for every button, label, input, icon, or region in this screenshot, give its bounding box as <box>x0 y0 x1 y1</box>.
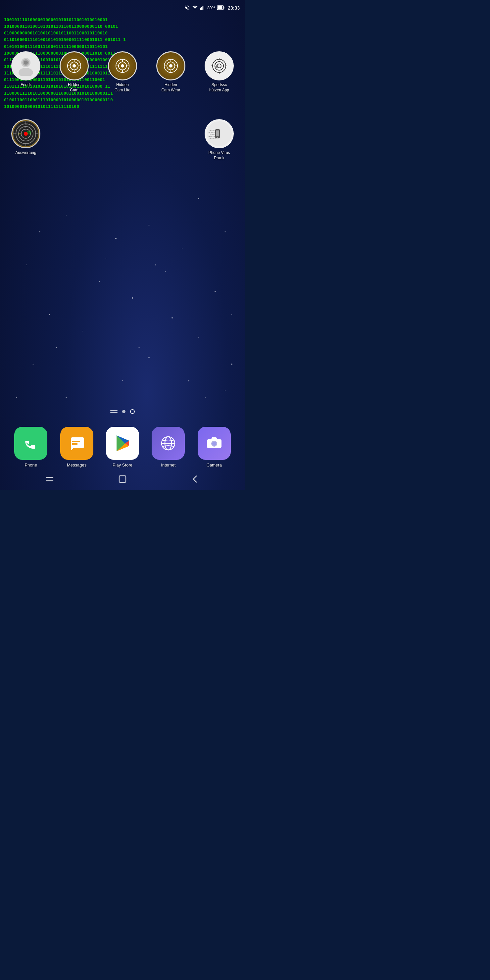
svg-point-50 <box>121 64 124 68</box>
nav-line-1 <box>110 410 118 411</box>
phonevirus-label: Phone VirusPrank <box>208 150 230 161</box>
hiddencamlite-label: HiddenCam Lite <box>115 83 130 93</box>
svg-point-17 <box>231 364 232 365</box>
svg-point-2 <box>115 238 116 239</box>
svg-point-8 <box>132 298 133 299</box>
svg-point-0 <box>40 231 40 232</box>
svg-point-94 <box>217 137 218 138</box>
messages-icon <box>60 427 93 460</box>
playstore-label: Play Store <box>113 463 132 468</box>
nav-line-2 <box>110 412 118 413</box>
phone-label: Phone <box>24 463 37 468</box>
nav-dot-lines <box>110 410 118 413</box>
app-phonevirus[interactable]: 10011010 01100110 11010010 00101101 1001… <box>200 119 239 161</box>
camera-icon <box>198 427 231 460</box>
app-hiddencam[interactable]: HiddenCam <box>55 51 93 93</box>
wifi-icon <box>192 5 198 11</box>
svg-text:10011010: 10011010 <box>208 137 216 139</box>
hiddencam-icon <box>60 51 89 80</box>
nav-home-button[interactable] <box>118 474 127 485</box>
app-hiddencamwear[interactable]: HiddenCam Wear <box>152 51 190 93</box>
dock: Phone Messages <box>0 427 245 468</box>
svg-point-29 <box>225 390 226 391</box>
phonevirus-icon: 10011010 01100110 11010010 00101101 1001… <box>205 119 234 148</box>
svg-point-6 <box>225 231 226 232</box>
svg-point-28 <box>16 397 17 398</box>
hiddencamwear-icon <box>156 51 185 80</box>
svg-point-16 <box>198 337 199 338</box>
app-frindr[interactable]: Frindr <box>6 51 45 93</box>
dock-playstore[interactable]: Play Store <box>106 427 139 468</box>
hiddencam-label: HiddenCam <box>68 83 80 93</box>
frindr-label: Frindr <box>21 83 31 88</box>
svg-rect-32 <box>202 6 203 10</box>
svg-point-26 <box>56 347 57 348</box>
svg-rect-36 <box>218 6 223 9</box>
svg-point-12 <box>49 314 50 315</box>
sportsschuetzen-label: Sportsschützen App <box>209 83 229 93</box>
svg-point-24 <box>205 397 205 398</box>
app-hiddencamlite[interactable]: HiddenCam Lite <box>103 51 142 93</box>
auswertung-label: Auswertung <box>15 150 36 156</box>
svg-point-25 <box>148 357 150 358</box>
svg-point-1 <box>66 215 67 216</box>
nav-dot-active <box>130 409 135 414</box>
hiddencamlite-icon <box>108 51 137 80</box>
svg-point-40 <box>24 60 28 65</box>
svg-point-57 <box>169 64 172 68</box>
frindr-icon <box>11 51 40 80</box>
mute-icon <box>184 5 190 11</box>
app-sportsschuetzen[interactable]: ⊕ Sportsschützen App <box>200 51 239 93</box>
svg-text:0100001: 0100001 <box>27 134 31 135</box>
app-row-1: Frindr HiddenCam <box>0 51 245 93</box>
svg-point-21 <box>188 380 189 382</box>
svg-point-62 <box>211 58 227 74</box>
svg-point-9 <box>99 281 100 282</box>
svg-rect-93 <box>216 130 219 137</box>
nav-recent-button[interactable] <box>45 474 54 485</box>
camera-label: Camera <box>207 463 222 468</box>
sportsschuetzen-icon: ⊕ <box>205 51 234 80</box>
playstore-icon <box>106 427 139 460</box>
svg-point-11 <box>215 291 216 292</box>
svg-point-10 <box>165 271 166 272</box>
svg-rect-104 <box>119 476 126 482</box>
bottom-nav-bar <box>0 469 245 490</box>
status-icons: 89% 23:33 <box>184 5 240 11</box>
battery-percent: 89% <box>207 6 215 10</box>
messages-label: Messages <box>67 463 86 468</box>
svg-point-38 <box>19 68 33 76</box>
svg-rect-35 <box>224 6 224 9</box>
app-auswertung[interactable]: 10 9 8 50 0100110 0110100 0100001 Auswer… <box>6 119 45 161</box>
svg-text:⊕: ⊕ <box>215 65 218 68</box>
svg-rect-33 <box>204 6 204 10</box>
dock-camera[interactable]: Camera <box>198 427 231 468</box>
svg-point-20 <box>155 264 156 266</box>
nav-dots <box>110 409 135 414</box>
svg-point-19 <box>122 380 123 381</box>
svg-point-5 <box>198 198 199 199</box>
svg-rect-30 <box>200 8 201 10</box>
dock-phone[interactable]: Phone <box>14 427 47 468</box>
svg-point-22 <box>106 258 106 259</box>
auswertung-icon: 10 9 8 50 0100110 0110100 0100001 <box>11 119 40 148</box>
status-bar: 89% 23:33 <box>0 0 245 16</box>
battery-icon <box>217 5 224 11</box>
svg-point-23 <box>66 397 67 398</box>
time-display: 23:33 <box>228 5 240 11</box>
svg-text:50: 50 <box>18 132 21 135</box>
svg-point-18 <box>33 364 34 365</box>
app-row-2: 10 9 8 50 0100110 0110100 0100001 Auswer… <box>0 119 245 161</box>
dock-internet[interactable]: Internet <box>152 427 185 468</box>
dock-messages[interactable]: Messages <box>60 427 93 468</box>
svg-point-4 <box>182 248 183 249</box>
svg-point-14 <box>172 317 173 318</box>
svg-point-13 <box>83 331 83 331</box>
nav-back-button[interactable] <box>191 474 200 485</box>
hiddencamwear-label: HiddenCam Wear <box>161 83 180 93</box>
svg-point-3 <box>149 225 150 226</box>
nav-dot-inactive <box>122 410 126 413</box>
phone-icon <box>14 427 47 460</box>
signal-icon <box>200 5 205 11</box>
svg-point-100 <box>212 442 216 445</box>
